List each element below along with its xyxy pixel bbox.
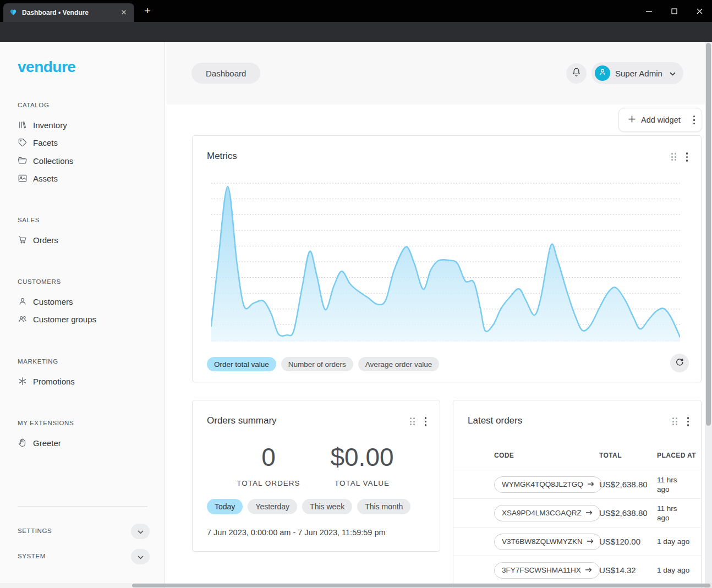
table-row: XSA9PD4LM3CGAQRZ US$2,638.80 11 hrs ago [453, 498, 701, 527]
arrow-right-icon [587, 537, 594, 546]
user-name: Super Admin [615, 69, 665, 78]
main-content: Dashboard Super Admin Add widget Metrics [166, 42, 705, 588]
range-today[interactable]: Today [207, 499, 243, 514]
sidebar-item-customers[interactable]: Customers [18, 295, 73, 308]
order-code-link[interactable]: V3T6BW8ZQLWMYZKN [494, 534, 601, 550]
tab-average-order-value[interactable]: Average order value [358, 357, 439, 371]
user-icon [18, 296, 28, 306]
sidebar-section-system: SYSTEM [18, 553, 46, 559]
orders-summary-widget: Orders summary 0 TOTAL ORDERS $0.00 TOTA… [192, 400, 440, 552]
system-expand-button[interactable] [131, 549, 150, 564]
sidebar-item-collections[interactable]: Collections [18, 154, 73, 167]
sidebar-item-label: Greeter [33, 438, 61, 448]
latest-orders-widget: Latest orders CODE TOTAL PLACED AT WYMGK… [453, 400, 702, 588]
range-this-month[interactable]: This month [357, 499, 410, 514]
sidebar-section-catalog: CATALOG [18, 102, 49, 108]
cart-icon [18, 235, 28, 245]
user-menu[interactable]: Super Admin [591, 62, 683, 84]
sidebar-item-label: Facets [33, 138, 58, 147]
sidebar-item-greeter[interactable]: Greeter [18, 436, 61, 449]
users-icon [18, 314, 28, 324]
order-placed: 11 hrs ago [657, 504, 691, 523]
tab-number-of-orders[interactable]: Number of orders [281, 357, 353, 371]
plus-icon [628, 115, 636, 125]
drag-handle-icon[interactable] [672, 417, 677, 425]
order-code-link[interactable]: XSA9PD4LM3CGAQRZ [494, 505, 600, 521]
sidebar-section-settings: SETTINGS [18, 527, 52, 534]
user-avatar [595, 65, 610, 81]
table-row: WYMGK4TQQ8JL2TGQ US$2,638.80 11 hrs ago [453, 470, 701, 498]
browser-tab[interactable]: Dashboard • Vendure ✕ [3, 3, 134, 22]
hand-icon [18, 438, 28, 448]
column-placed-at: PLACED AT [657, 452, 701, 459]
sidebar-item-promotions[interactable]: Promotions [18, 375, 75, 388]
sidebar-section-customers: CUSTOMERS [18, 278, 61, 285]
order-total: US$2,638.80 [599, 480, 657, 489]
add-widget-label: Add widget [641, 116, 688, 124]
range-this-week[interactable]: This week [302, 499, 352, 514]
page: vendure CATALOG Inventory Facets Collect… [0, 42, 712, 588]
vertical-scrollbar-thumb[interactable] [706, 43, 711, 426]
sidebar-item-facets[interactable]: Facets [18, 136, 58, 149]
breadcrumb[interactable]: Dashboard [191, 63, 260, 84]
close-button[interactable] [687, 0, 712, 22]
sidebar-item-label: Customers [33, 297, 73, 306]
tag-icon [18, 138, 28, 147]
sidebar-item-orders[interactable]: Orders [18, 233, 58, 246]
order-placed: 1 day ago [657, 565, 691, 575]
minimize-button[interactable] [636, 0, 661, 22]
refresh-button[interactable] [670, 354, 689, 372]
add-widget-kebab-icon[interactable] [693, 116, 695, 125]
sidebar-section-sales: SALES [18, 217, 40, 223]
latest-orders-table: CODE TOTAL PLACED AT WYMGK4TQQ8JL2TGQ US… [453, 441, 701, 584]
widget-title: Metrics [207, 151, 237, 162]
drag-handle-icon[interactable] [671, 153, 676, 161]
person-icon [598, 68, 607, 79]
order-total: US$2,638.80 [599, 508, 657, 518]
new-tab-button[interactable]: + [140, 4, 155, 19]
sidebar-item-label: Promotions [33, 377, 75, 386]
date-range-text: 7 Jun 2023, 0:00:00 am - 7 Jun 2023, 11:… [207, 528, 386, 537]
maximize-button[interactable] [661, 0, 687, 22]
sidebar-item-label: Orders [33, 235, 58, 245]
browser-titlebar: Dashboard • Vendure ✕ + [0, 0, 712, 22]
horizontal-scrollbar-thumb[interactable] [132, 584, 710, 587]
tab-close-icon[interactable]: ✕ [119, 8, 129, 18]
vertical-scrollbar [705, 42, 712, 588]
tab-order-total-value[interactable]: Order total value [207, 357, 276, 371]
widget-kebab-icon[interactable] [425, 417, 427, 426]
widget-kebab-icon[interactable] [686, 152, 688, 162]
settings-expand-button[interactable] [131, 524, 150, 539]
sidebar-item-customer-groups[interactable]: Customer groups [18, 312, 96, 326]
order-placed: 1 day ago [657, 537, 691, 546]
table-row: 3FY7FSCWSHMA11HX US$14.32 1 day ago [453, 556, 701, 584]
library-icon [18, 120, 28, 130]
arrow-right-icon [585, 509, 593, 517]
sidebar-divider [18, 506, 147, 507]
arrow-right-icon [585, 566, 592, 574]
total-value-value: $0.00 [330, 444, 393, 470]
sidebar-item-assets[interactable]: Assets [18, 172, 58, 185]
order-code-link[interactable]: 3FY7FSCWSHMA11HX [494, 562, 600, 579]
range-yesterday[interactable]: Yesterday [248, 499, 297, 514]
order-code-link[interactable]: WYMGK4TQQ8JL2TGQ [494, 476, 602, 493]
chevron-down-icon [138, 552, 144, 562]
notifications-button[interactable] [566, 63, 587, 84]
sidebar-item-label: Customer groups [33, 315, 96, 324]
column-total: TOTAL [599, 452, 657, 459]
browser-toolbar: localhost:3000/admin/ [0, 22, 712, 42]
horizontal-scrollbar [0, 583, 712, 588]
asterisk-icon [18, 376, 28, 386]
add-widget-button[interactable]: Add widget [618, 108, 702, 132]
arrow-right-icon [587, 480, 594, 488]
column-code: CODE [494, 452, 599, 459]
drag-handle-icon[interactable] [410, 417, 415, 425]
sidebar-item-inventory[interactable]: Inventory [18, 118, 67, 131]
order-total: US$14.32 [599, 565, 657, 575]
sidebar: vendure CATALOG Inventory Facets Collect… [0, 42, 165, 588]
widget-kebab-icon[interactable] [687, 417, 689, 426]
tab-title: Dashboard • Vendure [22, 9, 114, 17]
widget-title: Latest orders [468, 415, 522, 426]
chevron-down-icon [138, 526, 144, 536]
chevron-down-icon [670, 68, 676, 78]
